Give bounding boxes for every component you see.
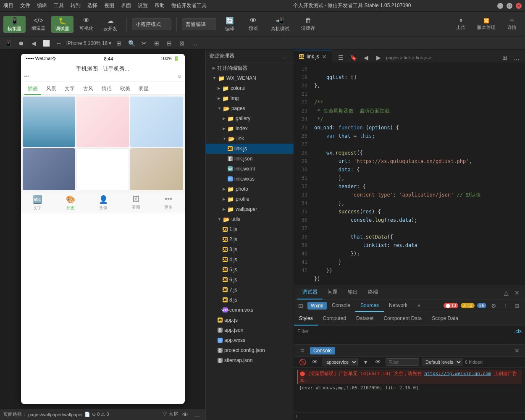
bottom-tab-text[interactable]: 🔤 文字 xyxy=(33,195,42,211)
file-sitemapjson[interactable]: {} sitemap.json xyxy=(206,355,294,365)
file-appjs[interactable]: JS app.js xyxy=(206,315,294,325)
style-tab-computed[interactable]: Computed xyxy=(318,312,351,326)
large-display-toggle[interactable]: ▽ 大屏 xyxy=(162,411,178,418)
console-sidebar-icon[interactable]: ≡ xyxy=(297,346,307,356)
split-editor-button[interactable]: ⊞ xyxy=(500,52,510,63)
bottom-tab-avatar[interactable]: 👤 头像 xyxy=(99,195,108,211)
file-5js[interactable]: JS 5.js xyxy=(206,265,294,275)
nav-back-button[interactable]: ◀ xyxy=(361,52,371,63)
editor-more-button[interactable]: … xyxy=(512,52,522,63)
tab-illustration[interactable]: 插画 xyxy=(24,84,41,95)
root-folder[interactable]: ▼ 📁 WX_WENAN xyxy=(206,73,294,83)
file-panel-more[interactable]: … xyxy=(280,51,290,61)
console-eye-icon[interactable]: 👁 xyxy=(310,357,320,367)
file-6js[interactable]: JS 6.js xyxy=(206,275,294,285)
profile-folder[interactable]: ▶ 📁 profile xyxy=(206,194,294,204)
code-editor[interactable]: gglist: [] }, /** * 生命周期函数--监听页面加载 */ on… xyxy=(311,63,525,286)
minimize-button[interactable]: — xyxy=(497,3,503,9)
menu-item-wechat[interactable]: 微信开发者工具 xyxy=(171,2,207,9)
subtab-console[interactable]: Console xyxy=(327,299,355,312)
console-dropdown-icon[interactable]: ▾ xyxy=(360,357,370,367)
version-button[interactable]: 🔀 版本管理 xyxy=(472,16,501,33)
gallery-folder[interactable]: ▶ 📁 gallery xyxy=(206,113,294,123)
image-thumb-3[interactable] xyxy=(130,97,183,147)
link-json-file[interactable]: {} link.json xyxy=(206,154,294,164)
split-button[interactable]: ⊠ xyxy=(177,38,187,48)
file-2js[interactable]: JS 2.js xyxy=(206,234,294,244)
open-editors-section[interactable]: ▶ 打开的编辑器 xyxy=(206,63,294,73)
tab-text[interactable]: 文字 xyxy=(61,84,78,95)
menu-item-project[interactable]: 项目 xyxy=(3,2,13,9)
style-tab-styles[interactable]: Styles xyxy=(294,312,318,326)
devtools-tab-debugger[interactable]: 调试器 xyxy=(297,286,323,299)
image-thumb-1[interactable] xyxy=(23,97,75,147)
tab-ancient[interactable]: 古风 xyxy=(80,84,97,95)
clear-console-button[interactable]: 🚫 xyxy=(297,357,307,367)
detail-button[interactable]: ☰ 详情 xyxy=(502,16,522,33)
devtools-tab-output[interactable]: 输出 xyxy=(343,286,363,299)
devtools-expand-button[interactable]: △ xyxy=(501,288,511,297)
bookmark-icon-button[interactable]: 🔖 xyxy=(348,52,358,63)
file-8js[interactable]: JS 8.js xyxy=(206,295,294,305)
photo-folder[interactable]: ▶ 📁 photo xyxy=(206,184,294,194)
menu-item-interface[interactable]: 界面 xyxy=(121,2,131,9)
clean-button[interactable]: 🗑 清缓存 xyxy=(297,16,319,33)
menu-item-help[interactable]: 帮助 xyxy=(155,2,165,9)
menu-item-goto[interactable]: 转到 xyxy=(71,2,81,9)
file-appjson[interactable]: {} app.json xyxy=(206,325,294,335)
wallpaper-folder[interactable]: ▶ 📁 wallpaper xyxy=(206,204,294,214)
image-thumb-5[interactable] xyxy=(76,148,129,190)
separate-button[interactable]: ⊞ xyxy=(114,38,124,48)
link-js-file[interactable]: JS link.js xyxy=(206,144,294,154)
img-folder[interactable]: ▶ 📁 img xyxy=(206,93,294,103)
subtab-more[interactable]: » xyxy=(412,299,425,312)
menu-item-edit[interactable]: 编辑 xyxy=(37,2,47,9)
home-button[interactable]: ⬜ xyxy=(41,38,51,48)
file-4js[interactable]: JS 4.js xyxy=(206,255,294,265)
mode-select[interactable]: 小程序模式 xyxy=(132,18,171,30)
file-projectconfig[interactable]: {} project.config.json xyxy=(206,345,294,355)
error-link[interactable]: https://mp.weixin.qq.com xyxy=(424,371,491,376)
tab-celebrity[interactable]: 明星 xyxy=(135,84,152,95)
grid2-button[interactable]: ⊟ xyxy=(164,38,174,48)
editor-button[interactable]: </> 编辑器 xyxy=(27,16,50,33)
devtools-tab-terminal[interactable]: 终端 xyxy=(363,286,383,299)
subtab-sources[interactable]: Sources xyxy=(355,299,384,312)
compile-button[interactable]: 🔄 编译 xyxy=(220,16,240,33)
more-button[interactable]: … xyxy=(189,38,200,48)
menu-item-file[interactable]: 文件 xyxy=(20,2,30,9)
tab-linkjs[interactable]: JS link.js ✕ xyxy=(294,50,332,63)
back-button[interactable]: ◀ xyxy=(29,38,39,48)
devtools-tab-problems[interactable]: 问题 xyxy=(323,286,343,299)
menu-item-select[interactable]: 选择 xyxy=(87,2,97,9)
device-debug-button[interactable]: 📲 真机调试 xyxy=(267,16,294,33)
visual-button[interactable]: 👁 可视化 xyxy=(75,16,97,33)
utils-folder[interactable]: ▼ 📂 utils xyxy=(206,214,294,224)
subtab-network[interactable]: Network xyxy=(384,299,412,312)
style-tab-scope-data[interactable]: Scope Data xyxy=(427,312,463,326)
simulator-button[interactable]: 📱 模拟器 xyxy=(3,16,26,33)
record-button[interactable]: ⏺ xyxy=(16,38,26,48)
rotate-button[interactable]: ↔ xyxy=(54,38,64,48)
image-thumb-6[interactable] xyxy=(130,148,183,190)
console-filter-input[interactable] xyxy=(386,358,419,366)
nav-forward-button[interactable]: ▶ xyxy=(373,52,383,63)
phone-icon-button[interactable]: 📱 xyxy=(3,38,13,48)
menu-item-view[interactable]: 视图 xyxy=(104,2,114,9)
file-7js[interactable]: JS 7.js xyxy=(206,285,294,295)
image-thumb-4[interactable] xyxy=(23,148,75,190)
sidebar-toggle[interactable]: ☰ xyxy=(336,52,346,63)
tab-couple[interactable]: 情侣 xyxy=(98,84,115,95)
preview-button[interactable]: 👁 预览 xyxy=(243,16,263,33)
style-tab-dataset[interactable]: Dataset xyxy=(351,312,378,326)
console-prompt-input[interactable] xyxy=(299,414,523,419)
close-button[interactable]: ✕ xyxy=(516,3,522,9)
subtab-wxml[interactable]: Wxml xyxy=(307,302,327,310)
file-appwxss[interactable]: ~ app.wxss xyxy=(206,335,294,345)
bottom-tab-more[interactable]: ••• 更多 xyxy=(164,195,173,211)
devtools-menu-button[interactable]: ⋮ xyxy=(501,301,510,310)
style-tab-component-data[interactable]: Component Data xyxy=(378,312,427,326)
cloud-button[interactable]: ☁ 云开发 xyxy=(99,16,121,33)
devtools-close-button[interactable]: ✕ xyxy=(512,288,522,297)
link-folder[interactable]: ▼ 📂 link xyxy=(206,134,294,144)
